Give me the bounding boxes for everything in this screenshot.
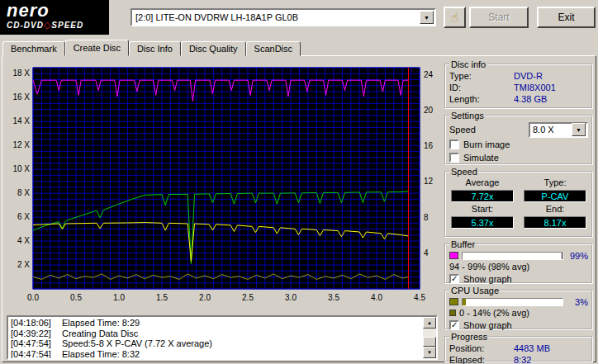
svg-text:2.0: 2.0 xyxy=(199,293,211,302)
chevron-down-icon: ▼ xyxy=(576,127,581,133)
disc-type-label: Type: xyxy=(449,71,492,81)
cpu-percent: 3% xyxy=(563,297,588,307)
cpu-usage-panel: CPU Usage 3% 0 - 14% (2% avg) ✓ Show gra… xyxy=(444,286,593,330)
cpu-range-text: 0 - 14% (2% avg) xyxy=(459,308,529,318)
disc-type-row: Type: DVD-R xyxy=(449,70,588,82)
speed-grid: Average Type: 7.72x P-CAV Start: End: 5.… xyxy=(449,177,588,229)
cpu-meter-fill xyxy=(463,299,466,305)
cpu-panel-title: CPU Usage xyxy=(449,286,501,295)
svg-text:12 X: 12 X xyxy=(12,140,30,149)
svg-text:24: 24 xyxy=(424,70,434,79)
disc-info-panel: Disc info Type: DVD-R ID: TMI8X001 Lengt… xyxy=(444,59,593,109)
progress-position-row: Position: 4483 MB xyxy=(449,343,588,354)
speed-average-label: Average xyxy=(466,177,500,188)
cpu-meter xyxy=(462,298,563,306)
buffer-show-graph-label: Show graph xyxy=(463,274,512,284)
svg-text:2 X: 2 X xyxy=(17,260,30,269)
cpu-range-row: 0 - 14% (2% avg) xyxy=(449,307,588,319)
disc-id-label: ID: xyxy=(449,83,492,92)
disc-length-row: Length: 4.38 GB xyxy=(449,93,588,105)
tab-disc-info[interactable]: Disc Info xyxy=(129,41,181,56)
speed-type-value: P-CAV xyxy=(524,190,586,202)
disc-length-label: Length: xyxy=(449,94,492,104)
cpu-avg-swatch xyxy=(449,310,456,316)
burn-image-row: Burn image xyxy=(449,138,588,151)
speed-select-arrow-button[interactable]: ▼ xyxy=(572,123,586,136)
tab-create-disc[interactable]: Create Disc xyxy=(65,40,129,56)
speed-setting-label: Speed xyxy=(449,125,476,135)
buffer-show-graph-row: ✓ Show graph xyxy=(449,272,588,286)
scroll-up-button[interactable]: ▲ xyxy=(423,317,436,329)
speed-end-value: 8.17x xyxy=(524,216,586,229)
buffer-meter xyxy=(462,252,563,260)
svg-text:4.5: 4.5 xyxy=(414,293,425,302)
exit-button[interactable]: Exit xyxy=(537,7,596,28)
svg-text:20: 20 xyxy=(424,106,434,115)
progress-elapsed-label: Elapsed: xyxy=(449,355,492,364)
buffer-meter-fill xyxy=(463,253,562,259)
log-line: [04:47:54]Elapsed Time: 8:32 xyxy=(11,349,420,359)
tab-disc-quality[interactable]: Disc Quality xyxy=(181,41,246,56)
svg-text:0.5: 0.5 xyxy=(70,293,82,302)
buffer-panel-title: Buffer xyxy=(449,239,477,249)
buffer-show-graph-checkbox[interactable]: ✓ xyxy=(449,274,459,284)
svg-text:1.0: 1.0 xyxy=(113,293,125,302)
svg-text:6 X: 6 X xyxy=(17,212,30,221)
chevron-down-icon: ▼ xyxy=(424,15,430,21)
svg-text:16 X: 16 X xyxy=(12,92,30,102)
progress-position-value: 4483 MB xyxy=(492,343,550,353)
log-line: [04:47:54]Speed:5-8 X P-CAV (7.72 X aver… xyxy=(11,338,420,349)
nero-logo-text: nero xyxy=(7,2,104,20)
nero-cd-dvd-speed-window: { "icons": { "dropdown_arrow": "▼", "han… xyxy=(0,0,598,364)
svg-text:8 X: 8 X xyxy=(17,188,30,197)
progress-position-label: Position: xyxy=(449,343,492,353)
disc-length-value: 4.38 GB xyxy=(492,94,547,104)
buffer-range-text: 94 - 99% (98% avg) xyxy=(449,262,529,272)
cpu-show-graph-checkbox[interactable]: ✓ xyxy=(449,320,459,330)
create-disc-chart: 2 X4 X6 X8 X10 X12 X14 X16 X18 X48121620… xyxy=(5,59,438,309)
svg-text:14 X: 14 X xyxy=(12,116,30,125)
tab-scandisc[interactable]: ScanDisc xyxy=(246,41,301,56)
scroll-down-button[interactable]: ▼ xyxy=(423,347,436,358)
burn-image-checkbox[interactable] xyxy=(449,139,459,149)
buffer-percent: 99% xyxy=(563,251,588,261)
drive-select-value: [2:0] LITE-ON DVDRW LH-18A1P GL0B xyxy=(132,12,420,22)
buffer-range-row: 94 - 99% (98% avg) xyxy=(449,261,588,272)
tab-benchmark[interactable]: Benchmark xyxy=(2,41,65,56)
buffer-color-swatch xyxy=(449,252,458,259)
scrollbar-track[interactable] xyxy=(423,329,436,347)
scrollbar-thumb[interactable] xyxy=(423,337,436,347)
speed-select-dropdown[interactable]: 8.0 X ▼ xyxy=(529,122,588,138)
svg-text:4: 4 xyxy=(424,248,429,258)
drive-select-arrow-button[interactable]: ▼ xyxy=(420,11,434,24)
log-line: [04:18:06]Elapsed Time: 8:29 xyxy=(11,318,420,329)
settings-title: Settings xyxy=(449,111,486,121)
svg-text:10 X: 10 X xyxy=(12,164,30,173)
event-log-lines: [04:18:06]Elapsed Time: 8:29 [04:39:22]C… xyxy=(8,317,423,358)
scroll-down-icon: ▼ xyxy=(427,350,432,355)
simulate-label: Simulate xyxy=(463,153,499,163)
simulate-checkbox[interactable] xyxy=(449,153,459,163)
log-line: [04:39:22]Creating Data Disc xyxy=(11,329,420,339)
log-scrollbar[interactable]: ▲ ▼ xyxy=(423,317,436,358)
svg-text:2.5: 2.5 xyxy=(242,293,254,302)
svg-text:8: 8 xyxy=(424,213,429,222)
svg-text:16: 16 xyxy=(424,141,434,150)
top-toolbar: nero CD-DVD◇SPEED [2:0] LITE-ON DVDRW LH… xyxy=(0,0,598,36)
svg-text:3.0: 3.0 xyxy=(285,293,297,302)
event-log: [04:18:06]Elapsed Time: 8:29 [04:39:22]C… xyxy=(7,315,438,360)
cpu-show-graph-row: ✓ Show graph xyxy=(449,319,588,332)
disc-id-value: TMI8X001 xyxy=(492,83,556,92)
cpu-meter-row: 3% xyxy=(449,296,588,307)
speed-start-value: 5.37x xyxy=(451,216,514,229)
settings-panel: Settings Speed 8.0 X ▼ Burn image Simula… xyxy=(444,111,593,165)
tab-bar: Benchmark Create Disc Disc Info Disc Qua… xyxy=(2,40,301,56)
eject-hand-button[interactable]: ☝ xyxy=(444,7,466,28)
logo-diamond-icon: ◇ xyxy=(44,20,51,30)
drive-select-dropdown[interactable]: [2:0] LITE-ON DVDRW LH-18A1P GL0B ▼ xyxy=(131,8,436,26)
buffer-panel: Buffer 99% 94 - 99% (98% avg) ✓ Show gra… xyxy=(444,239,593,284)
start-button[interactable]: Start xyxy=(469,7,529,28)
disc-info-title: Disc info xyxy=(449,59,487,69)
buffer-meter-row: 99% xyxy=(449,250,588,261)
scroll-up-icon: ▲ xyxy=(427,320,432,325)
